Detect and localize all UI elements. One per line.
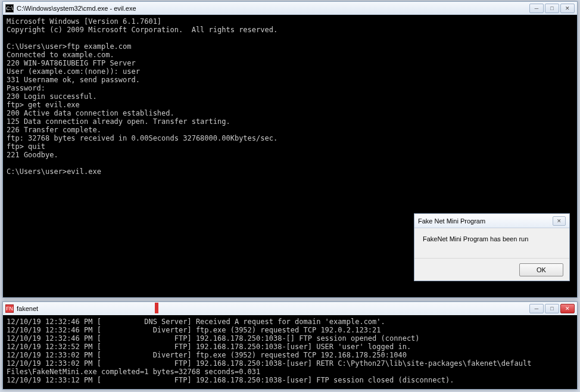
red-indicator-icon [155,303,158,313]
maximize-button[interactable]: □ [545,4,559,13]
ok-button[interactable]: OK [519,263,563,276]
close-icon[interactable]: ✕ [553,216,566,226]
fakenet-window: FN fakenet ─ □ ✕ 12/10/19 12:32:46 PM [ … [2,301,578,390]
cmd-title: C:\Windows\system32\cmd.exe - evil.exe [17,5,529,12]
cmd-titlebar[interactable]: C:\ C:\Windows\system32\cmd.exe - evil.e… [3,2,577,15]
cmd-window-controls: ─ □ ✕ [529,4,575,13]
cmd-icon: C:\ [5,4,14,13]
dialog-message: FakeNet Mini Program has been run [414,228,569,258]
close-button[interactable]: ✕ [560,304,575,313]
minimize-button[interactable]: ─ [529,4,544,13]
fakenet-icon: FN [5,304,14,313]
fakenet-title: fakenet [17,305,529,312]
message-dialog: Fake Net Mini Program ✕ FakeNet Mini Pro… [414,213,570,281]
dialog-footer: OK [414,258,569,281]
dialog-title: Fake Net Mini Program [418,217,553,225]
close-button[interactable]: ✕ [560,4,575,13]
fakenet-titlebar[interactable]: FN fakenet ─ □ ✕ [3,302,577,315]
fakenet-terminal-output: 12/10/19 12:32:46 PM [ DNS Server] Recei… [3,315,577,389]
maximize-button[interactable]: □ [545,304,559,313]
dialog-titlebar[interactable]: Fake Net Mini Program ✕ [414,214,569,228]
minimize-button[interactable]: ─ [529,304,544,313]
fakenet-window-controls: ─ □ ✕ [529,304,575,313]
